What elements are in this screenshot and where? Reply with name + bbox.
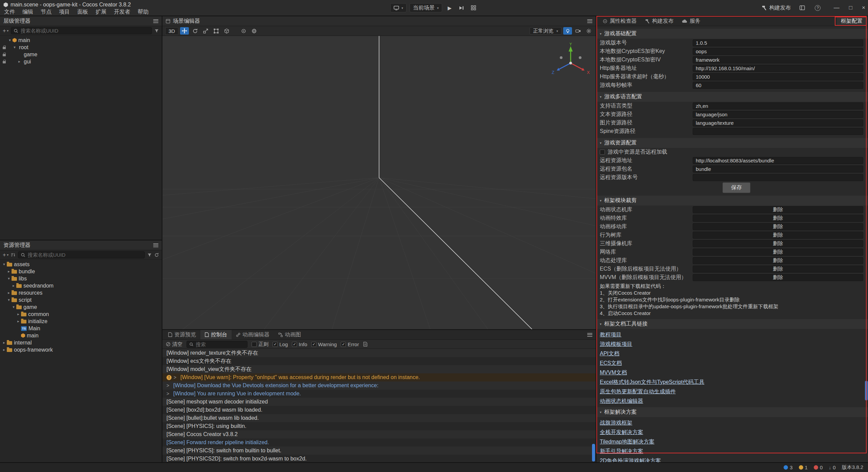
- warning-count-badge[interactable]: 1: [799, 465, 808, 470]
- lock-icon[interactable]: [3, 47, 6, 49]
- scene-select[interactable]: 当前场景 ▾: [410, 3, 442, 13]
- frame-rate-input[interactable]: [693, 82, 863, 89]
- tab-build-publish[interactable]: 构建发布: [641, 16, 678, 26]
- expander-icon[interactable]: ▸: [16, 312, 21, 316]
- scale-tool-button[interactable]: [201, 27, 210, 35]
- tab-animation-editor[interactable]: 动画编辑器: [232, 330, 274, 339]
- tree-row-scene[interactable]: ▾ main: [0, 37, 162, 44]
- expander-icon[interactable]: ▸: [16, 319, 21, 323]
- section-header-docs[interactable]: ▾ 框架文档工具链接: [596, 319, 868, 329]
- lighting-toggle-button[interactable]: [563, 27, 572, 35]
- asset-row-folder[interactable]: ▾ assets: [0, 261, 162, 268]
- doc-link[interactable]: Excel格式转Json文件与TypeScript代码工具: [600, 379, 705, 386]
- log-row[interactable]: [Scene] meshopt wasm decoder initialized: [162, 398, 596, 406]
- asset-row-folder[interactable]: ▸ seedrandom: [0, 282, 162, 289]
- console-search-input[interactable]: [196, 341, 245, 347]
- save-button[interactable]: 保存: [723, 182, 750, 193]
- delete-module-button[interactable]: 删除: [693, 249, 863, 256]
- create-node-button[interactable]: +▾: [3, 28, 8, 34]
- delete-module-button[interactable]: 删除: [693, 232, 863, 239]
- assets-search-input[interactable]: [27, 252, 142, 258]
- solution-link[interactable]: 新手引导解决方案: [600, 448, 643, 455]
- log-row-warning[interactable]: ! > [Window] [Vue warn]: Property "onInp…: [162, 373, 596, 381]
- log-row[interactable]: [Scene] Cocos Creator v3.8.2: [162, 430, 596, 438]
- panel-menu-icon[interactable]: [587, 19, 592, 23]
- tree-row-node[interactable]: game: [0, 51, 162, 58]
- dimension-toggle[interactable]: 3D: [165, 27, 178, 35]
- expander-icon[interactable]: ▾: [6, 276, 12, 281]
- spine-res-path-input[interactable]: [693, 128, 863, 135]
- delete-module-button[interactable]: 删除: [693, 206, 863, 213]
- expander-icon[interactable]: ▸: [11, 283, 16, 288]
- log-row[interactable]: [Scene] [PHYSICS]: switch from builtin t…: [162, 447, 596, 455]
- log-row[interactable]: [Window] render_texture文件夹不存在: [162, 349, 596, 357]
- tab-asset-preview[interactable]: 资源预览: [164, 330, 200, 339]
- rect-tool-button[interactable]: [212, 27, 220, 35]
- collapse-logs-button[interactable]: [363, 342, 368, 347]
- section-header-resource[interactable]: ▾ 游戏资源配置: [596, 138, 868, 148]
- menu-item-developer[interactable]: 开发者: [110, 8, 134, 16]
- expander-icon[interactable]: ▸: [1, 340, 7, 345]
- tab-framework-config[interactable]: 框架配置: [837, 16, 867, 26]
- expander-icon[interactable]: ▾: [6, 298, 12, 302]
- remote-load-checkbox[interactable]: [600, 150, 605, 155]
- doc-link[interactable]: 游戏模板项目: [600, 341, 632, 348]
- crypto-iv-input[interactable]: [693, 56, 863, 63]
- asset-row-folder[interactable]: ▸ oops-framework: [0, 346, 162, 353]
- asset-row-folder[interactable]: ▸ resources: [0, 289, 162, 296]
- scene-viewport[interactable]: Y X Z: [162, 36, 596, 329]
- scene-camera-button[interactable]: [574, 27, 583, 35]
- coordinate-toggle-button[interactable]: [250, 27, 258, 35]
- gizmo-negative-axis-dot[interactable]: [560, 56, 563, 59]
- tab-property-inspector[interactable]: 属性检查器: [598, 16, 641, 26]
- move-tool-button[interactable]: [180, 27, 189, 35]
- panel-menu-icon[interactable]: [153, 19, 158, 23]
- lock-icon[interactable]: [3, 54, 6, 56]
- log-row[interactable]: [Window] model_view文件夹不存在: [162, 365, 596, 373]
- tree-row-node[interactable]: ▾ root: [0, 44, 162, 51]
- expander-icon[interactable]: ▾: [11, 305, 16, 309]
- doc-link[interactable]: MVVM文档: [600, 369, 627, 376]
- asset-row-folder[interactable]: ▸ common: [0, 311, 162, 318]
- expand-caret-icon[interactable]: >: [166, 391, 173, 396]
- delete-module-button[interactable]: 删除: [693, 240, 863, 247]
- delete-module-button[interactable]: 删除: [693, 266, 863, 273]
- play-button[interactable]: ▶: [445, 3, 454, 12]
- lock-icon[interactable]: [3, 61, 6, 63]
- menu-item-panel[interactable]: 面板: [74, 8, 92, 16]
- game-version-input[interactable]: [693, 39, 863, 46]
- tree-row-node[interactable]: ▸ gui: [0, 58, 162, 65]
- panel-menu-icon[interactable]: [587, 333, 592, 337]
- doc-link[interactable]: 动画状态机编辑器: [600, 398, 643, 405]
- layout-panels-button[interactable]: [798, 3, 807, 12]
- clear-console-button[interactable]: 清空: [166, 341, 182, 348]
- console-scrollbar[interactable]: [592, 444, 595, 461]
- crypto-key-input[interactable]: [693, 48, 863, 55]
- warning-filter-checkbox[interactable]: Warning: [311, 341, 337, 347]
- expand-caret-icon[interactable]: >: [174, 375, 180, 380]
- transform-gizmo-button[interactable]: [222, 27, 231, 35]
- delete-module-button[interactable]: 删除: [693, 215, 863, 222]
- assets-search[interactable]: [18, 251, 145, 258]
- log-count-badge[interactable]: 3: [784, 465, 792, 470]
- refresh-assets-button[interactable]: [154, 253, 159, 257]
- remote-address-input[interactable]: [693, 157, 863, 164]
- log-row[interactable]: [Scene] [PHYSICS]: using builtin.: [162, 422, 596, 430]
- expander-icon[interactable]: ▸: [1, 348, 7, 352]
- asset-row-folder[interactable]: ▾ script: [0, 296, 162, 303]
- expander-icon[interactable]: ▸: [17, 59, 22, 64]
- panel-menu-icon[interactable]: [153, 243, 158, 247]
- log-row-info[interactable]: > [Window] You are running Vue in develo…: [162, 390, 596, 398]
- log-filter-checkbox[interactable]: Log: [273, 341, 288, 347]
- remote-bundle-input[interactable]: [693, 165, 863, 173]
- expander-icon[interactable]: ▾: [12, 45, 17, 50]
- http-timeout-input[interactable]: [693, 73, 863, 80]
- delete-module-button[interactable]: 删除: [693, 257, 863, 264]
- image-res-path-input[interactable]: [693, 119, 863, 126]
- minimize-button[interactable]: —: [834, 4, 840, 11]
- log-row-info[interactable]: [Scene] Forward render pipeline initiali…: [162, 438, 596, 447]
- section-header-basic[interactable]: ▾ 游戏基础配置: [596, 29, 868, 39]
- pivot-toggle-button[interactable]: [239, 27, 248, 35]
- section-header-modules[interactable]: ▾ 框架模块裁剪: [596, 196, 868, 205]
- expander-icon[interactable]: ▸: [6, 269, 12, 274]
